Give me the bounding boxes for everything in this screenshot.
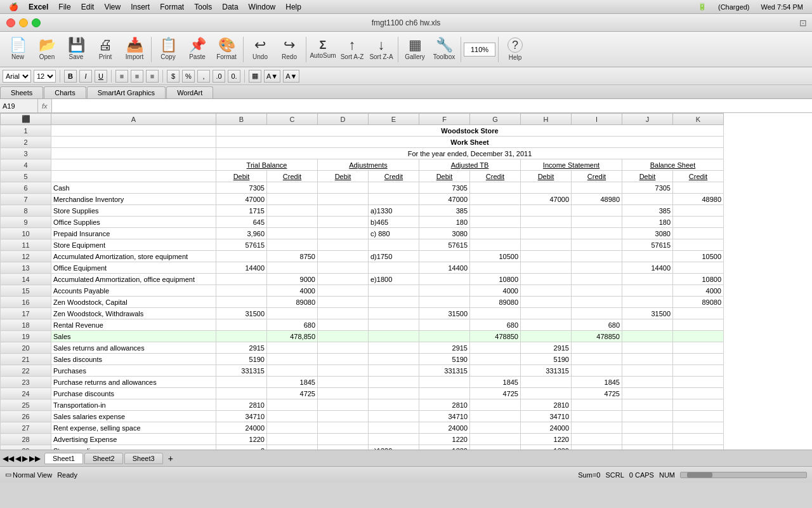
cell-E19[interactable] bbox=[369, 331, 419, 342]
menu-data[interactable]: Data bbox=[218, 3, 242, 11]
cell-K7[interactable]: 48980 bbox=[673, 194, 724, 205]
cell-J8[interactable]: 385 bbox=[622, 205, 673, 217]
cell-D22[interactable] bbox=[318, 365, 369, 377]
align-left-button[interactable]: ≡ bbox=[115, 70, 128, 83]
cell-D29[interactable] bbox=[318, 445, 369, 450]
cell-C12[interactable]: 8750 bbox=[267, 251, 318, 262]
cell-I18[interactable]: 680 bbox=[572, 319, 622, 331]
cell-G17[interactable] bbox=[470, 308, 521, 319]
cell-H23[interactable] bbox=[521, 377, 572, 388]
cell-H19[interactable] bbox=[521, 331, 572, 342]
cell-H11[interactable] bbox=[521, 239, 572, 251]
cell-K21[interactable] bbox=[673, 354, 724, 365]
row-num[interactable]: 5 bbox=[1, 171, 51, 182]
cell-C6[interactable] bbox=[267, 182, 318, 194]
cell-is-credit[interactable]: Credit bbox=[572, 171, 622, 182]
cell-B7[interactable]: 47000 bbox=[216, 194, 267, 205]
cell-A14[interactable]: Accumulated Ammortization, office equipm… bbox=[51, 274, 216, 285]
cell-E6[interactable] bbox=[369, 182, 419, 194]
cell-G7[interactable] bbox=[470, 194, 521, 205]
cell-B22[interactable]: 331315 bbox=[216, 365, 267, 377]
cell-F29[interactable]: 1330 bbox=[419, 445, 470, 450]
col-header-C[interactable]: C bbox=[267, 114, 318, 125]
cell-I25[interactable] bbox=[572, 399, 622, 411]
cell-D23[interactable] bbox=[318, 377, 369, 388]
gallery-button[interactable]: ▦ Gallery bbox=[401, 34, 429, 65]
row-num[interactable]: 2 bbox=[1, 137, 51, 148]
cell-title3[interactable]: For the year ended, December 31, 2011 bbox=[216, 148, 724, 159]
open-button[interactable]: 📂 Open bbox=[33, 34, 61, 65]
save-button[interactable]: 💾 Save bbox=[62, 34, 90, 65]
cell-K14[interactable]: 10800 bbox=[673, 274, 724, 285]
fill-color-button[interactable]: A▼ bbox=[264, 70, 280, 83]
cell-K9[interactable] bbox=[673, 217, 724, 228]
cell-E15[interactable] bbox=[369, 285, 419, 297]
cell-I16[interactable] bbox=[572, 297, 622, 308]
menu-tools[interactable]: Tools bbox=[190, 3, 216, 11]
cell-F12[interactable] bbox=[419, 251, 470, 262]
cell-F16[interactable] bbox=[419, 297, 470, 308]
row-num[interactable]: 25 bbox=[1, 399, 51, 411]
cell-tb-debit[interactable]: Debit bbox=[216, 171, 267, 182]
cell-C11[interactable] bbox=[267, 239, 318, 251]
cell-J25[interactable] bbox=[622, 399, 673, 411]
cell-H26[interactable]: 34710 bbox=[521, 411, 572, 422]
row-num[interactable]: 24 bbox=[1, 388, 51, 399]
row-num[interactable]: 27 bbox=[1, 422, 51, 434]
cell-A2[interactable] bbox=[51, 137, 216, 148]
row-num[interactable]: 3 bbox=[1, 148, 51, 159]
cell-J10[interactable]: 3080 bbox=[622, 228, 673, 239]
zoom-input[interactable] bbox=[464, 43, 495, 57]
cell-A10[interactable]: Prepaid Insurance bbox=[51, 228, 216, 239]
cell-I26[interactable] bbox=[572, 411, 622, 422]
cell-D25[interactable] bbox=[318, 399, 369, 411]
cell-E18[interactable] bbox=[369, 319, 419, 331]
cell-F9[interactable]: 180 bbox=[419, 217, 470, 228]
row-num[interactable]: 26 bbox=[1, 411, 51, 422]
cell-F23[interactable] bbox=[419, 377, 470, 388]
col-header-K[interactable]: K bbox=[673, 114, 724, 125]
cell-C25[interactable] bbox=[267, 399, 318, 411]
cell-K26[interactable] bbox=[673, 411, 724, 422]
cell-K24[interactable] bbox=[673, 388, 724, 399]
cell-D10[interactable] bbox=[318, 228, 369, 239]
cell-H6[interactable] bbox=[521, 182, 572, 194]
cell-C10[interactable] bbox=[267, 228, 318, 239]
cell-J20[interactable] bbox=[622, 342, 673, 354]
cell-K20[interactable] bbox=[673, 342, 724, 354]
cell-adj-credit[interactable]: Credit bbox=[369, 171, 419, 182]
cell-G22[interactable] bbox=[470, 365, 521, 377]
cell-F15[interactable] bbox=[419, 285, 470, 297]
cell-J22[interactable] bbox=[622, 365, 673, 377]
scroll-thumb[interactable] bbox=[687, 472, 712, 478]
cell-B24[interactable] bbox=[216, 388, 267, 399]
new-button[interactable]: 📄 New bbox=[4, 34, 32, 65]
percent-button[interactable]: % bbox=[182, 70, 195, 83]
cell-B20[interactable]: 2915 bbox=[216, 342, 267, 354]
cell-A9[interactable]: Office Supplies bbox=[51, 217, 216, 228]
cell-D18[interactable] bbox=[318, 319, 369, 331]
cell-E16[interactable] bbox=[369, 297, 419, 308]
cell-G10[interactable] bbox=[470, 228, 521, 239]
cell-atb-credit[interactable]: Credit bbox=[470, 171, 521, 182]
menu-view[interactable]: View bbox=[100, 3, 124, 11]
menu-format[interactable]: Format bbox=[156, 3, 188, 11]
cell-H7[interactable]: 47000 bbox=[521, 194, 572, 205]
row-num[interactable]: 9 bbox=[1, 217, 51, 228]
cell-F24[interactable] bbox=[419, 388, 470, 399]
cell-I10[interactable] bbox=[572, 228, 622, 239]
sheet-tab-1[interactable]: Sheet1 bbox=[44, 453, 83, 464]
size-select[interactable]: 12 bbox=[34, 70, 56, 83]
maximize-button[interactable] bbox=[32, 18, 41, 27]
col-header-H[interactable]: H bbox=[521, 114, 572, 125]
cell-J28[interactable] bbox=[622, 434, 673, 445]
cell-E9[interactable]: b)465 bbox=[369, 217, 419, 228]
align-right-button[interactable]: ≡ bbox=[146, 70, 159, 83]
cell-K6[interactable] bbox=[673, 182, 724, 194]
decrease-decimal-button[interactable]: 0. bbox=[228, 70, 240, 83]
cell-F6[interactable]: 7305 bbox=[419, 182, 470, 194]
cell-H9[interactable] bbox=[521, 217, 572, 228]
cell-A7[interactable]: Merchandise Inventory bbox=[51, 194, 216, 205]
resize-icon[interactable]: ⊡ bbox=[799, 18, 807, 28]
cell-title1[interactable]: Woodstock Store bbox=[216, 125, 724, 137]
